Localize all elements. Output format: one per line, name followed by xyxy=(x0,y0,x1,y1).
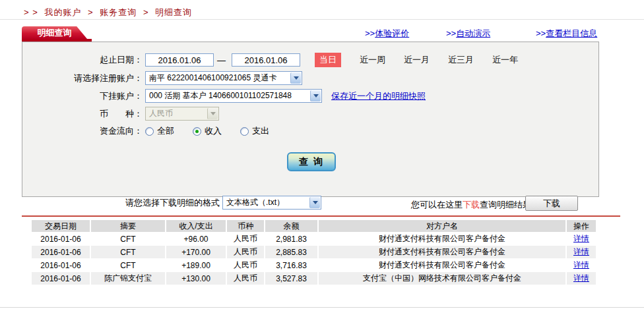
download-hint: 您可以在这里下载查询明细结果 xyxy=(411,199,531,211)
register-account-select[interactable]: 南平 6222001406100921065 灵通卡 xyxy=(145,71,302,85)
cell-date: 2016-01-06 xyxy=(32,246,90,258)
sub-account-row: 下挂账户： 000 活期 基本户 1406600101102571848 保存近… xyxy=(22,89,426,103)
cell-balance: 2,981.83 xyxy=(265,233,317,245)
download-hint-after: 查询明细结果 xyxy=(480,200,531,210)
cell-summary: CFT xyxy=(91,246,165,258)
header-counterparty: 对方户名 xyxy=(319,220,565,232)
header-summary: 摘要 xyxy=(91,220,165,232)
link-auto-demo[interactable]: >>自动演示 xyxy=(446,28,490,40)
cell-counterparty: 财付通支付科技有限公司客户备付金 xyxy=(319,233,565,245)
radio-all[interactable] xyxy=(145,127,154,136)
breadcrumb: > > 我的账户 > 账务查询 > 明细查询 xyxy=(24,7,195,18)
chevron-down-icon[interactable] xyxy=(310,90,321,101)
download-hint-link[interactable]: 下载 xyxy=(463,200,480,210)
cell-currency: 人民币 xyxy=(227,233,264,245)
cell-counterparty: 支付宝（中国）网络技术有限公司客户备付金 xyxy=(319,272,565,285)
quick-range-quarter[interactable]: 近三月 xyxy=(448,54,474,66)
detail-link[interactable]: 详情 xyxy=(573,247,589,256)
link-prefix: >> xyxy=(365,28,375,38)
flow-option-income: 收入 xyxy=(190,125,222,137)
link-label: 查看栏目信息 xyxy=(546,28,597,38)
header-currency: 币种 xyxy=(227,220,264,232)
link-label: 体验评价 xyxy=(375,28,409,38)
detail-link[interactable]: 详情 xyxy=(573,234,589,243)
breadcrumb-separator: > xyxy=(88,7,94,17)
detail-link[interactable]: 详情 xyxy=(573,273,589,283)
breadcrumb-separator: > xyxy=(143,7,149,17)
date-to-input[interactable] xyxy=(232,53,300,67)
table-divider xyxy=(22,215,620,217)
transaction-table: 交易日期 摘要 收入/支出 币种 余额 对方户名 操作 2016-01-06 C… xyxy=(30,219,597,285)
header-balance: 余额 xyxy=(265,220,317,232)
cell-amount: +130.00 xyxy=(166,272,226,285)
cell-amount: +96.00 xyxy=(166,233,226,245)
cell-counterparty: 财付通支付科技有限公司客户备付金 xyxy=(319,259,565,271)
breadcrumb-my-account[interactable]: 我的账户 xyxy=(44,7,81,17)
date-range-row: 起止日期： — 当日 近一周 近一月 近三月 近一年 xyxy=(22,53,518,67)
link-prefix: >> xyxy=(536,28,546,38)
flow-option-all: 全部 xyxy=(143,125,174,137)
detail-link[interactable]: 详情 xyxy=(573,260,589,269)
header-action: 操作 xyxy=(567,220,596,232)
currency-value: 人民币 xyxy=(149,108,173,119)
link-view-column-info[interactable]: >>查看栏目信息 xyxy=(536,28,597,40)
cell-balance: 2,885.83 xyxy=(265,246,317,258)
cell-balance: 3,527.83 xyxy=(265,272,317,285)
link-experience-rating[interactable]: >>体验评价 xyxy=(365,28,409,40)
quick-range-week[interactable]: 近一周 xyxy=(360,54,385,66)
table-row: 2016-01-06 CFT +96.00 人民币 2,981.83 财付通支付… xyxy=(32,233,596,245)
cell-currency: 人民币 xyxy=(227,246,264,258)
cell-date: 2016-01-06 xyxy=(32,272,90,285)
download-hint-before: 您可以在这里 xyxy=(411,200,463,210)
header-date: 交易日期 xyxy=(32,220,90,232)
chevron-down-icon xyxy=(207,108,218,119)
cell-summary: CFT xyxy=(91,233,165,245)
query-form-panel: 起止日期： — 当日 近一周 近一月 近三月 近一年 请选择注册账户： 南平 6… xyxy=(22,42,599,197)
flow-option-income-label[interactable]: 收入 xyxy=(205,125,222,137)
page-bottom-divider xyxy=(0,307,644,308)
cell-date: 2016-01-06 xyxy=(32,233,90,245)
fund-flow-label: 资金流向： xyxy=(22,125,143,137)
chevron-down-icon[interactable] xyxy=(309,197,320,208)
breadcrumb-prefix: > > xyxy=(24,7,38,17)
detail-query-page: > > 我的账户 > 账务查询 > 明细查询 明细查询 >>体验评价 >>自动演… xyxy=(0,0,644,311)
currency-row: 币 种： 人民币 xyxy=(22,107,219,121)
download-format-value: 文本格式（.txt） xyxy=(226,197,284,208)
table-row: 2016-01-06 陈广锦支付宝 +130.00 人民币 3,527.83 支… xyxy=(32,272,596,285)
cell-summary: CFT xyxy=(91,259,165,271)
register-account-value: 南平 6222001406100921065 灵通卡 xyxy=(149,72,276,84)
link-label: 自动演示 xyxy=(456,28,490,38)
flow-option-all-label[interactable]: 全部 xyxy=(157,125,174,137)
quick-range-today[interactable]: 当日 xyxy=(315,53,341,67)
quick-range-month[interactable]: 近一月 xyxy=(404,54,430,66)
quick-range-year[interactable]: 近一年 xyxy=(492,54,518,66)
radio-expense[interactable] xyxy=(240,127,249,136)
tab-detail-query[interactable]: 明细查询 xyxy=(22,26,87,39)
chevron-down-icon[interactable] xyxy=(290,72,301,84)
cell-summary: 陈广锦支付宝 xyxy=(91,272,165,285)
query-button[interactable]: 查 询 xyxy=(287,152,336,171)
cell-amount: +170.00 xyxy=(166,246,226,258)
cell-currency: 人民币 xyxy=(227,272,264,285)
date-range-label: 起止日期： xyxy=(22,54,143,66)
cell-counterparty: 财付通支付科技有限公司客户备付金 xyxy=(319,246,565,258)
flow-option-expense: 支出 xyxy=(238,125,269,137)
currency-select: 人民币 xyxy=(145,107,219,121)
register-account-label: 请选择注册账户： xyxy=(22,72,143,84)
breadcrumb-account-query[interactable]: 账务查询 xyxy=(100,7,137,17)
sub-account-value: 000 活期 基本户 1406600101102571848 xyxy=(149,90,292,101)
breadcrumb-current: 明细查询 xyxy=(155,7,192,17)
flow-option-expense-label[interactable]: 支出 xyxy=(252,125,269,137)
table-row: 2016-01-06 CFT +189.00 人民币 3,716.83 财付通支… xyxy=(32,259,596,271)
cell-date: 2016-01-06 xyxy=(32,259,90,271)
sub-account-select[interactable]: 000 活期 基本户 1406600101102571848 xyxy=(145,89,322,103)
cell-balance: 3,716.83 xyxy=(265,259,317,271)
cell-currency: 人民币 xyxy=(227,259,264,271)
download-format-label: 请您选择下载明细的格式 xyxy=(125,197,220,209)
save-monthly-snapshot-link[interactable]: 保存近一个月的明细快照 xyxy=(331,90,426,102)
download-button[interactable]: 下载 xyxy=(525,196,578,211)
download-format-select[interactable]: 文本格式（.txt） xyxy=(222,196,321,210)
radio-income[interactable] xyxy=(193,127,201,136)
header-amount: 收入/支出 xyxy=(166,220,226,232)
date-from-input[interactable] xyxy=(145,53,214,67)
